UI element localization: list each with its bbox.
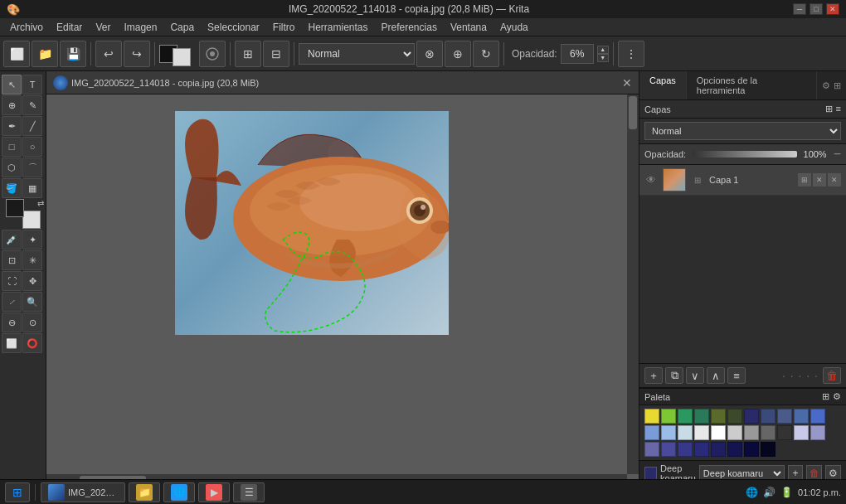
- palette-color-8[interactable]: [777, 409, 792, 424]
- close-button[interactable]: ✕: [826, 3, 839, 15]
- multibrush-tool[interactable]: ✳: [22, 250, 42, 270]
- palette-color-7[interactable]: [761, 409, 776, 424]
- start-button[interactable]: ⊞: [5, 482, 30, 502]
- layer-alpha-icon[interactable]: ⊞: [691, 173, 704, 187]
- layer-properties-button[interactable]: ≡: [727, 367, 746, 384]
- taskbar-extra[interactable]: ☰: [233, 482, 265, 502]
- vertical-scrollbar[interactable]: [627, 94, 639, 474]
- document-close-button[interactable]: ✕: [622, 76, 632, 90]
- menu-filtro[interactable]: Filtro: [266, 20, 302, 35]
- vertical-scroll-thumb[interactable]: [629, 96, 637, 129]
- menu-seleccionar[interactable]: Seleccionar: [201, 20, 266, 35]
- panel-filter-icon[interactable]: ⊞: [834, 80, 841, 91]
- foreground-color-swatch[interactable]: [6, 199, 24, 217]
- grid-button[interactable]: ⊟: [263, 41, 289, 67]
- tab-layers[interactable]: Capas: [639, 71, 687, 99]
- crop-tool[interactable]: ⛶: [2, 271, 22, 291]
- transform-button[interactable]: ⊞: [235, 41, 261, 67]
- redo-button[interactable]: ↪: [124, 41, 150, 67]
- save-button[interactable]: 💾: [60, 41, 86, 67]
- palette-color-21[interactable]: [810, 425, 825, 440]
- palette-color-26[interactable]: [711, 442, 726, 457]
- blend-mode-select[interactable]: Normal Multiply Screen Overlay: [299, 43, 415, 65]
- layer-up-button[interactable]: ∧: [707, 367, 725, 384]
- layer-down-button[interactable]: ∨: [686, 367, 704, 384]
- rect-tool[interactable]: □: [2, 137, 22, 157]
- palette-color-6[interactable]: [744, 409, 759, 424]
- sound-icon[interactable]: 🔊: [763, 487, 776, 498]
- menu-ayuda[interactable]: Ayuda: [494, 20, 535, 35]
- palette-color-23[interactable]: [661, 442, 676, 457]
- rect-select-tool[interactable]: ⬜: [2, 333, 22, 353]
- network-icon[interactable]: 🌐: [746, 487, 758, 498]
- palette-color-19[interactable]: [777, 425, 792, 440]
- palette-color-4[interactable]: [711, 409, 726, 424]
- palette-color-18[interactable]: [761, 425, 776, 440]
- palette-color-9[interactable]: [794, 409, 809, 424]
- palette-color-15[interactable]: [711, 425, 726, 440]
- menu-herramientas[interactable]: Herramientas: [301, 20, 374, 35]
- menu-capa[interactable]: Capa: [163, 20, 201, 35]
- erase-button[interactable]: ⊗: [416, 41, 443, 67]
- palette-menu-icon[interactable]: ⊞: [822, 391, 829, 402]
- similar-select-tool[interactable]: ⊙: [22, 313, 42, 332]
- contiguous-select-tool[interactable]: ⊖: [2, 313, 22, 332]
- gradient-tool[interactable]: ▦: [22, 178, 42, 198]
- undo-button[interactable]: ↩: [95, 41, 122, 67]
- add-layer-button[interactable]: +: [644, 367, 663, 384]
- layer-action-2[interactable]: ✕: [813, 173, 826, 187]
- more-options-button[interactable]: ⋮: [618, 41, 644, 67]
- new-button[interactable]: ⬜: [3, 41, 30, 67]
- menu-preferencias[interactable]: Preferencias: [375, 20, 444, 35]
- pan-tool[interactable]: ✥: [22, 271, 42, 291]
- select-tool[interactable]: ↖: [2, 75, 22, 94]
- background-color-swatch[interactable]: [22, 211, 41, 229]
- palette-color-22[interactable]: [644, 442, 659, 457]
- layer-blend-select[interactable]: Normal Multiply Screen: [644, 122, 841, 140]
- opacity-input[interactable]: [561, 44, 594, 64]
- palette-color-10[interactable]: [810, 409, 825, 424]
- palette-color-16[interactable]: [727, 425, 742, 440]
- palette-color-17[interactable]: [744, 425, 759, 440]
- palette-color-5[interactable]: [727, 409, 742, 424]
- palette-color-24[interactable]: [678, 442, 693, 457]
- palette-color-25[interactable]: [694, 442, 709, 457]
- transform-tool[interactable]: ⊕: [2, 95, 22, 115]
- layers-filter-icon[interactable]: ≡: [836, 104, 841, 114]
- canvas-viewport[interactable]: Gabor...: [46, 94, 639, 486]
- menu-archivo[interactable]: Archivo: [3, 20, 50, 35]
- zoom-tool[interactable]: 🔍: [22, 292, 42, 312]
- palette-color-14[interactable]: [694, 425, 709, 440]
- palette-color-11[interactable]: [644, 425, 659, 440]
- line-tool[interactable]: ╱: [22, 116, 42, 136]
- taskbar-browser[interactable]: 🌐: [163, 482, 195, 502]
- ellipse-tool[interactable]: ○: [22, 137, 42, 157]
- palette-color-29[interactable]: [761, 442, 776, 457]
- smart-patch-tool[interactable]: ✦: [22, 230, 42, 250]
- palette-settings-icon[interactable]: ⚙: [833, 391, 841, 402]
- polygon-tool[interactable]: ⬡: [2, 158, 22, 177]
- calligraphy-tool[interactable]: ✒: [2, 116, 22, 136]
- eyedropper-tool[interactable]: 💉: [2, 230, 22, 250]
- opacity-expand-icon[interactable]: −: [834, 147, 841, 162]
- palette-color-3[interactable]: [694, 409, 709, 424]
- tab-tool-options[interactable]: Opciones de la herramienta: [687, 71, 817, 99]
- preserve-alpha-button[interactable]: ⊕: [445, 41, 471, 67]
- palette-current-color-swatch[interactable]: [644, 467, 657, 480]
- panel-settings-icon[interactable]: ⚙: [822, 80, 830, 91]
- taskbar-krita[interactable]: IMG_20200...: [41, 482, 125, 502]
- wrap-around-button[interactable]: ↻: [473, 41, 499, 67]
- palette-color-28[interactable]: [744, 442, 759, 457]
- layer-action-3[interactable]: ✕: [828, 173, 841, 187]
- open-button[interactable]: 📁: [32, 41, 58, 67]
- opacity-up[interactable]: ▲: [597, 46, 609, 54]
- menu-ventana[interactable]: Ventana: [444, 20, 494, 35]
- measure-tool[interactable]: ⟋: [2, 292, 22, 312]
- palette-color-12[interactable]: [661, 425, 676, 440]
- text-tool[interactable]: T: [22, 75, 42, 94]
- battery-icon[interactable]: 🔋: [780, 487, 793, 498]
- palette-color-1[interactable]: [661, 409, 676, 424]
- menu-ver[interactable]: Ver: [89, 20, 117, 35]
- layer-item[interactable]: 👁 ⊞ Capa 1 ⊞ ✕ ✕: [639, 165, 846, 196]
- palette-color-13[interactable]: [678, 425, 693, 440]
